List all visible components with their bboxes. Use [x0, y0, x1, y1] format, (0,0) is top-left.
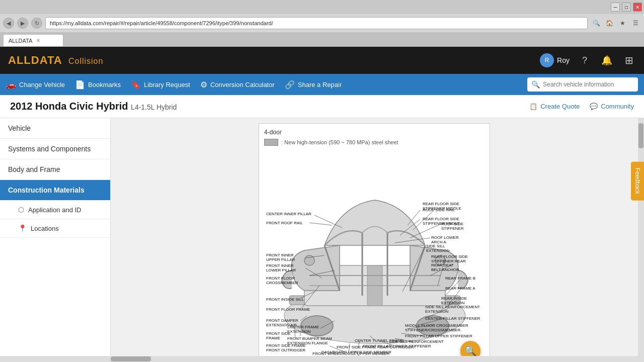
- community-button[interactable]: 💬 Community: [590, 103, 634, 110]
- tab-close-button[interactable]: ✕: [36, 38, 40, 43]
- apps-grid-button[interactable]: ⊞: [622, 53, 636, 67]
- tab-label: ALLDATA: [9, 38, 32, 44]
- scrollbar-bottom-thumb: [111, 356, 151, 361]
- svg-text:ROOF LOWER: ROOF LOWER: [431, 235, 459, 240]
- calculator-icon: ⚙: [200, 80, 207, 89]
- car-diagram: CENTER INNER PILLAR FRONT ROOF RAIL FRON…: [264, 150, 486, 362]
- sidebar-locations-label: Locations: [31, 225, 59, 232]
- nav-library-request[interactable]: 🔖 Library Request: [131, 80, 190, 89]
- sidebar-vehicle-label: Vehicle: [8, 124, 31, 132]
- sidebar-item-systems[interactable]: Systems and Components: [0, 139, 110, 159]
- svg-text:ROOF SIDE: ROOF SIDE: [441, 222, 463, 226]
- svg-text:REAR SEAT: REAR SEAT: [431, 263, 454, 267]
- sidebar-construction-label: Construction Materials: [8, 186, 85, 194]
- svg-text:REAR FLOOR SIDE: REAR FLOOR SIDE: [431, 254, 468, 259]
- svg-text:EXTENSION: EXTENSION: [287, 329, 310, 334]
- browser-toolbar: ◀ ▶ ↻ https://my.alldata.com/repair/#/re…: [0, 14, 644, 32]
- maximize-button[interactable]: □: [622, 3, 631, 12]
- user-area[interactable]: R Roy: [540, 53, 570, 67]
- sidebar-item-body[interactable]: Body and Frame: [0, 159, 110, 180]
- feedback-button[interactable]: Feedback: [631, 162, 644, 201]
- notifications-button[interactable]: 🔔: [600, 53, 614, 67]
- svg-line-50: [408, 210, 420, 225]
- user-name: Roy: [557, 56, 570, 64]
- search-icon: 🔍: [531, 80, 540, 88]
- svg-text:REAR FLOOR SIDE: REAR FLOOR SIDE: [423, 202, 459, 206]
- vehicle-title: 2012 Honda Civic Hybrid L4-1.5L Hybrid: [10, 101, 177, 112]
- scrollbar-right[interactable]: [638, 118, 644, 362]
- svg-text:REAR FRAME A: REAR FRAME A: [445, 286, 475, 291]
- sidebar-application-label: Application and ID: [28, 206, 82, 214]
- url-text: https://my.alldata.com/repair/#/repair/a…: [50, 20, 273, 26]
- car-frame-svg: CENTER INNER PILLAR FRONT ROOF RAIL FRON…: [264, 150, 486, 361]
- share-icon: 🔗: [285, 80, 295, 89]
- sidebar-item-vehicle[interactable]: Vehicle: [0, 118, 110, 139]
- location-pin-icon: 📍: [18, 224, 27, 232]
- nav-share-repair[interactable]: 🔗 Share a Repair: [285, 80, 342, 89]
- diagram-door-type: 4-door: [264, 129, 485, 136]
- svg-text:SIDE SILL REINFORCEMENT: SIDE SILL REINFORCEMENT: [425, 305, 480, 309]
- legend-text: : New high-tension (590 ~ 780 MPa) steel…: [281, 139, 398, 145]
- address-bar[interactable]: https://my.alldata.com/repair/#/repair/a…: [45, 17, 588, 29]
- svg-text:EXTENSION: EXTENSION: [425, 309, 448, 314]
- content-area: 4-door : New high-tension (590 ~ 780 MPa…: [111, 118, 638, 362]
- svg-text:EXTENSION: EXTENSION: [426, 248, 449, 253]
- car-icon: 🚗: [6, 80, 16, 89]
- app-logo: ALLDATA Collision: [8, 54, 103, 67]
- zoom-button[interactable]: 🔍: [591, 18, 602, 29]
- main-layout: Vehicle Systems and Components Body and …: [0, 118, 644, 362]
- svg-text:DASHBOARD UPPER SIDE MEMBER: DASHBOARD UPPER SIDE MEMBER: [321, 350, 391, 354]
- bookmarks-icon: 📄: [75, 80, 85, 89]
- search-box[interactable]: 🔍: [527, 77, 638, 92]
- scrollbar-thumb: [638, 123, 643, 148]
- refresh-button[interactable]: ↻: [31, 18, 42, 29]
- svg-text:STIFFENER: STIFFENER: [441, 226, 464, 231]
- svg-text:FRONT PILLAR UPPER STIFFENER: FRONT PILLAR UPPER STIFFENER: [405, 334, 472, 338]
- svg-text:FRONT FLOOR: FRONT FLOOR: [266, 276, 295, 281]
- browser-tools: 🔍 🏠 ★ ☰: [591, 18, 641, 29]
- community-label: Community: [601, 103, 634, 110]
- diagram-container: 4-door : New high-tension (590 ~ 780 MPa…: [259, 123, 490, 362]
- sidebar-sub-locations[interactable]: 📍 Locations: [0, 219, 110, 238]
- scrollbar-bottom[interactable]: [0, 356, 644, 362]
- forward-button[interactable]: ▶: [17, 18, 28, 29]
- nav-bookmarks[interactable]: 📄 Bookmarks: [75, 80, 121, 89]
- svg-text:CENTER TUNNEL FRAME: CENTER TUNNEL FRAME: [355, 338, 404, 343]
- svg-text:REAR FLOOR SIDE: REAR FLOOR SIDE: [423, 217, 459, 221]
- svg-text:FRONT DAMPER: FRONT DAMPER: [266, 318, 298, 323]
- create-quote-button[interactable]: 📋 Create Quote: [529, 103, 580, 110]
- close-button[interactable]: ✕: [633, 3, 642, 12]
- svg-text:FRONT OUTRIGGER: FRONT OUTRIGGER: [266, 348, 305, 352]
- sidebar-body-label: Body and Frame: [8, 165, 60, 173]
- browser-tabs: ALLDATA ✕: [0, 32, 644, 46]
- nav-change-vehicle[interactable]: 🚗 Change Vehicle: [6, 80, 65, 89]
- logo-rest: DATA: [31, 54, 62, 66]
- help-button[interactable]: ?: [578, 53, 592, 67]
- svg-text:MIDDLE FLOOR CROSSMEMBER: MIDDLE FLOOR CROSSMEMBER: [405, 323, 468, 328]
- star-button[interactable]: ★: [617, 18, 628, 29]
- svg-text:CENTER PILLAR STIFFENER: CENTER PILLAR STIFFENER: [425, 316, 480, 321]
- vehicle-actions: 📋 Create Quote 💬 Community: [529, 103, 634, 110]
- home-button[interactable]: 🏠: [604, 18, 615, 29]
- svg-text:REAR INSIDE: REAR INSIDE: [441, 296, 467, 301]
- nav-change-vehicle-label: Change Vehicle: [19, 81, 65, 88]
- minimize-button[interactable]: ─: [611, 3, 620, 12]
- svg-text:FRAME: FRAME: [266, 336, 280, 340]
- svg-text:SIDE SILL: SIDE SILL: [426, 244, 445, 248]
- logo-product: Collision: [68, 57, 103, 65]
- svg-text:CROSSMEMBER: CROSSMEMBER: [266, 281, 298, 285]
- svg-text:CENTER INNER PILLAR: CENTER INNER PILLAR: [266, 212, 311, 216]
- browser-tab[interactable]: ALLDATA ✕: [3, 34, 63, 46]
- svg-text:FRONT SIDE FRAME REAR OUTRIGGE: FRONT SIDE FRAME REAR OUTRIGGER: [337, 345, 414, 349]
- back-button[interactable]: ◀: [3, 18, 14, 29]
- nav-conversion-calculator[interactable]: ⚙ Conversion Calculator: [200, 80, 275, 89]
- svg-text:FRONT ROOF RAIL: FRONT ROOF RAIL: [266, 221, 303, 225]
- nav-toolbar: 🚗 Change Vehicle 📄 Bookmarks 🔖 Library R…: [0, 74, 644, 95]
- svg-text:UPPER PILLAR: UPPER PILLAR: [266, 257, 295, 262]
- sidebar-sub-application[interactable]: ⬡ Application and ID: [0, 201, 110, 219]
- menu-button[interactable]: ☰: [630, 18, 641, 29]
- svg-text:EXTENSION FLANGE: EXTENSION FLANGE: [287, 341, 328, 345]
- sidebar-item-construction[interactable]: Construction Materials: [0, 180, 110, 201]
- vehicle-engine: L4-1.5L Hybrid: [131, 103, 177, 111]
- search-input[interactable]: [543, 81, 633, 88]
